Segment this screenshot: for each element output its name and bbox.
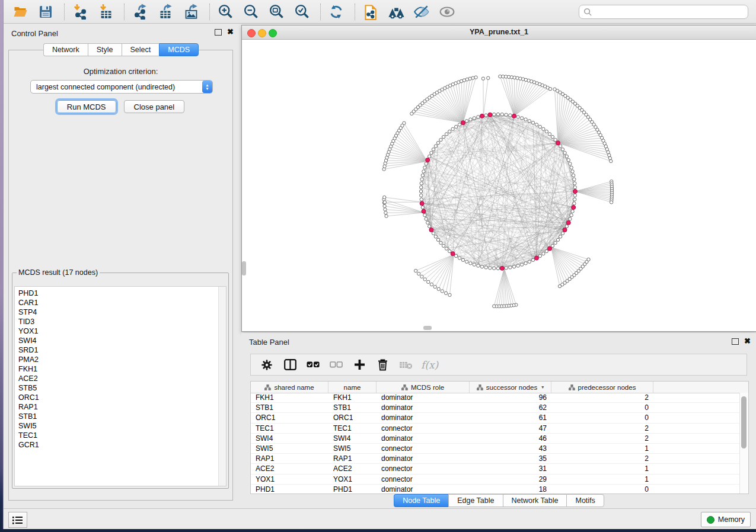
graph-node[interactable]	[484, 114, 487, 117]
graph-node[interactable]	[444, 291, 447, 294]
graph-node[interactable]	[420, 178, 423, 181]
table-close-icon[interactable]: ✖	[744, 336, 751, 345]
graph-node[interactable]	[572, 174, 575, 177]
graph-node[interactable]	[524, 118, 527, 121]
graph-node[interactable]	[428, 155, 430, 158]
graph-node[interactable]	[492, 113, 495, 116]
mcds-hub-node[interactable]	[573, 190, 578, 194]
graph-node[interactable]	[570, 213, 573, 216]
graph-node[interactable]	[545, 249, 548, 252]
graph-node[interactable]	[559, 235, 562, 238]
graph-node[interactable]	[420, 198, 423, 201]
graph-node[interactable]	[563, 151, 566, 154]
graph-node[interactable]	[573, 202, 576, 205]
save-button[interactable]	[36, 2, 55, 21]
tab-node-table[interactable]: Node Table	[394, 494, 448, 507]
graph-node[interactable]	[471, 76, 474, 79]
eye-button[interactable]	[438, 2, 457, 21]
delete-table-button[interactable]	[398, 357, 413, 373]
table-row[interactable]: ORC1ORC1dominator610	[251, 413, 740, 423]
graph-node[interactable]	[414, 269, 417, 272]
result-item[interactable]: SWI4	[15, 336, 226, 345]
graph-node[interactable]	[423, 278, 426, 281]
table-row[interactable]: YOX1YOX1connector291	[251, 475, 740, 485]
graph-node[interactable]	[385, 214, 388, 217]
search-input[interactable]	[579, 5, 748, 19]
graph-node[interactable]	[458, 257, 461, 259]
table-scrollbar-thumb[interactable]	[741, 396, 747, 448]
table-row[interactable]: FKH1FKH1dominator962	[251, 393, 740, 403]
graph-node[interactable]	[538, 254, 541, 257]
graph-node[interactable]	[505, 113, 508, 116]
graph-node[interactable]	[610, 201, 613, 204]
graph-node[interactable]	[473, 117, 476, 120]
graph-node[interactable]	[384, 208, 387, 211]
network-file-button[interactable]	[361, 2, 380, 21]
result-item[interactable]: SWI5	[15, 421, 226, 431]
column-header-name[interactable]: name	[328, 382, 377, 393]
graph-node[interactable]	[565, 155, 568, 158]
graph-node[interactable]	[428, 225, 430, 227]
graph-node[interactable]	[426, 221, 429, 224]
graph-node[interactable]	[573, 178, 576, 181]
mcds-hub-node[interactable]	[563, 228, 567, 232]
table-float-icon[interactable]	[732, 338, 739, 345]
graph-node[interactable]	[469, 262, 472, 265]
tab-mcds[interactable]: MCDS	[159, 43, 199, 56]
graph-node[interactable]	[484, 266, 487, 269]
graph-node[interactable]	[420, 275, 423, 278]
result-item[interactable]: TEC1	[15, 431, 226, 440]
graph-node[interactable]	[573, 194, 576, 197]
result-item[interactable]: STP4	[15, 307, 226, 317]
table-row[interactable]: SWI5SWI5connector431	[251, 444, 740, 454]
graph-node[interactable]	[489, 267, 492, 270]
result-item[interactable]: CAR1	[15, 298, 226, 307]
export-image-button[interactable]	[181, 2, 200, 21]
criterion-select[interactable]: largest connected component (undirected)…	[30, 80, 213, 94]
graph-node[interactable]	[548, 87, 551, 90]
close-panel-icon[interactable]: ✖	[227, 27, 234, 36]
graph-node[interactable]	[561, 232, 564, 235]
column-header-successor-nodes[interactable]: successor nodes▾	[470, 382, 551, 393]
graph-node[interactable]	[425, 217, 428, 220]
result-item[interactable]: SRD1	[15, 345, 226, 355]
deselect-all-button[interactable]	[328, 357, 344, 373]
result-list-scrollbar[interactable]	[218, 287, 226, 486]
graph-node[interactable]	[436, 141, 439, 144]
float-panel-icon[interactable]	[215, 29, 222, 36]
export-table-button[interactable]	[156, 2, 175, 21]
graph-node[interactable]	[442, 135, 445, 138]
graph-node[interactable]	[516, 116, 519, 118]
mcds-hub-node[interactable]	[572, 206, 576, 210]
add-button[interactable]	[352, 357, 367, 373]
graph-node[interactable]	[445, 133, 448, 136]
graph-node[interactable]	[477, 264, 480, 267]
mcds-hub-node[interactable]	[556, 141, 560, 145]
tab-edge-table[interactable]: Edge Table	[448, 494, 502, 507]
close-panel-button[interactable]: Close panel	[124, 100, 185, 113]
graph-node[interactable]	[434, 235, 437, 238]
network-graph[interactable]	[242, 40, 756, 331]
graph-node[interactable]	[434, 145, 437, 148]
column-header-shared-name[interactable]: shared name	[251, 382, 328, 393]
graph-node[interactable]	[430, 283, 433, 286]
graph-node[interactable]	[458, 123, 461, 126]
graph-node[interactable]	[487, 76, 490, 79]
graph-node[interactable]	[551, 135, 554, 138]
export-network-button[interactable]	[130, 2, 149, 21]
graph-node[interactable]	[383, 196, 386, 198]
graph-node[interactable]	[423, 166, 426, 169]
graph-node[interactable]	[554, 138, 557, 141]
graph-node[interactable]	[421, 206, 424, 209]
mcds-hub-node[interactable]	[512, 114, 516, 118]
v-scrollbar-thumb[interactable]	[242, 261, 246, 275]
table-row[interactable]: STB1STB1dominator620	[251, 403, 740, 413]
table-scrollbar[interactable]	[739, 393, 748, 493]
graph-node[interactable]	[439, 138, 442, 141]
graph-node[interactable]	[451, 127, 454, 130]
mcds-hub-node[interactable]	[535, 256, 539, 260]
run-mcds-button[interactable]: Run MCDS	[57, 100, 116, 113]
graph-node[interactable]	[528, 260, 531, 263]
zoom-out-button[interactable]	[241, 2, 260, 21]
graph-node[interactable]	[454, 254, 457, 257]
